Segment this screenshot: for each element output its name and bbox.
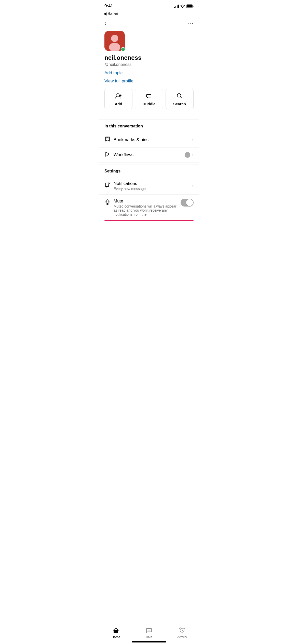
bookmarks-pins-item[interactable]: Bookmarks & pins ›: [99, 133, 199, 148]
mute-icon: [104, 199, 114, 207]
status-time: 9:41: [104, 4, 113, 9]
mute-item[interactable]: Mute Muted conversations will always app…: [99, 195, 199, 220]
notifications-right: ›: [192, 184, 194, 188]
add-button[interactable]: Add: [104, 89, 132, 109]
wifi-icon: [180, 4, 185, 8]
svg-rect-16: [107, 185, 108, 185]
svg-rect-15: [106, 185, 107, 185]
svg-rect-13: [106, 184, 107, 184]
battery-icon: [186, 4, 194, 8]
bookmarks-right: ›: [192, 138, 194, 142]
svg-marker-11: [106, 152, 109, 156]
settings-header: Settings: [99, 169, 199, 178]
back-button[interactable]: ‹: [104, 20, 106, 27]
username: neil.oneness: [104, 54, 194, 61]
svg-rect-2: [187, 5, 192, 7]
svg-point-8: [149, 96, 149, 96]
notifications-subtitle: Every new message: [114, 187, 192, 191]
mute-title: Mute: [114, 199, 181, 204]
toggle-knob: [186, 199, 193, 206]
search-icon: [176, 93, 183, 100]
status-icons: [174, 4, 194, 8]
svg-point-7: [148, 96, 148, 96]
huddle-button-label: Huddle: [143, 102, 156, 106]
search-button-label: Search: [173, 102, 186, 106]
safari-back: ◀ Safari: [99, 10, 199, 18]
user-handle: @neil.oneness: [104, 62, 194, 67]
add-person-icon: [115, 93, 122, 100]
online-status-dot: [121, 47, 125, 52]
bookmarks-icon: [104, 136, 114, 144]
in-conversation-header: In this conversation: [99, 124, 199, 133]
signal-icon: [174, 4, 179, 8]
notifications-title: Notifications: [114, 181, 192, 186]
add-topic-link[interactable]: Add topic: [104, 70, 194, 76]
bookmarks-chevron: ›: [192, 138, 194, 142]
settings-section: Settings Notifications Every new me: [99, 169, 199, 220]
add-button-label: Add: [115, 102, 122, 106]
action-buttons: Add Huddle: [104, 89, 194, 109]
workflows-right: ›: [185, 152, 194, 158]
svg-point-9: [150, 96, 150, 96]
view-full-profile-link[interactable]: View full profile: [104, 79, 194, 84]
profile-section: neil.oneness @neil.oneness Add topic Vie…: [99, 30, 199, 120]
nav-bar: ‹ ···: [99, 18, 199, 30]
divider-2: [99, 165, 199, 165]
notifications-item[interactable]: Notifications Every new message ›: [99, 178, 199, 195]
search-button[interactable]: Search: [166, 89, 194, 109]
svg-point-6: [117, 94, 119, 96]
mute-toggle[interactable]: [181, 199, 194, 207]
mute-right: [181, 199, 194, 207]
bookmarks-content: Bookmarks & pins: [114, 137, 192, 142]
avatar-wrap: [104, 31, 125, 51]
more-button[interactable]: ···: [187, 20, 194, 27]
huddle-button[interactable]: Huddle: [135, 89, 163, 109]
svg-point-4: [111, 35, 118, 42]
notifications-content: Notifications Every new message: [114, 181, 192, 191]
safari-back-arrow: ◀: [103, 11, 106, 16]
workflows-badge: [185, 152, 190, 158]
mute-content: Mute Muted conversations will always app…: [114, 199, 181, 216]
red-accent-line: [104, 220, 194, 221]
mute-subtitle: Muted conversations will always appear a…: [114, 204, 181, 216]
workflows-icon: [104, 151, 114, 159]
bookmarks-title: Bookmarks & pins: [114, 137, 192, 142]
workflows-chevron: ›: [192, 153, 194, 157]
divider-1: [99, 120, 199, 120]
status-bar: 9:41: [99, 0, 199, 10]
workflows-content: Workflows: [114, 152, 185, 157]
safari-back-label: Safari: [107, 11, 118, 16]
notifications-chevron: ›: [192, 184, 194, 188]
notifications-icon: [104, 182, 114, 190]
in-conversation-section: In this conversation Bookmarks & pins ›: [99, 124, 199, 163]
svg-rect-1: [193, 6, 194, 7]
workflows-item[interactable]: Workflows ›: [99, 148, 199, 163]
workflows-title: Workflows: [114, 152, 185, 157]
huddle-icon: [146, 93, 152, 100]
